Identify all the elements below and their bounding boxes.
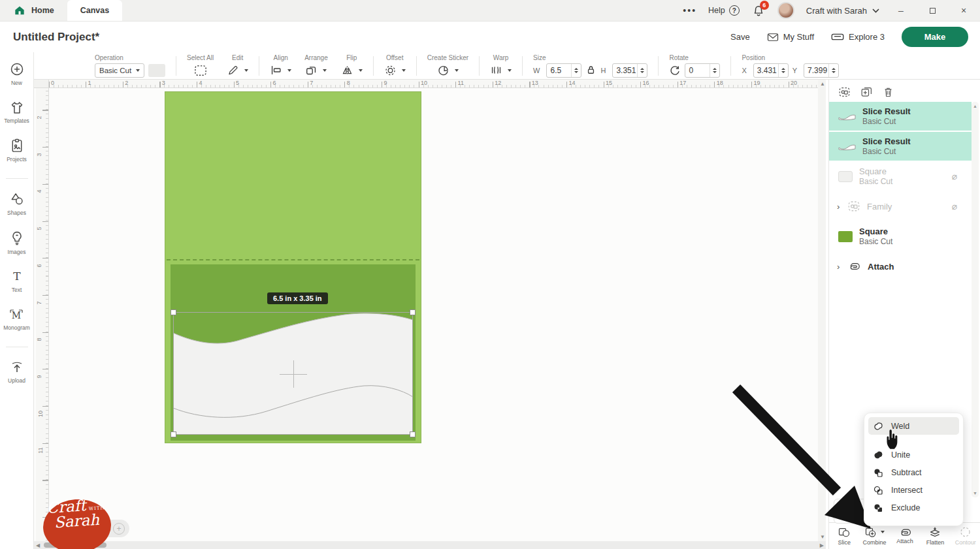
menu-item-unite[interactable]: Unite [868,446,959,463]
make-button[interactable]: Make [902,27,968,47]
group-select-button[interactable] [838,86,851,98]
scroll-down-icon[interactable]: ▼ [820,534,825,540]
position-x-stepper[interactable] [778,64,788,77]
operation-select[interactable]: Basic Cut [95,63,144,78]
clipboard-icon [10,138,24,153]
subtract-icon [874,468,883,477]
width-stepper[interactable] [571,64,581,77]
scroll-up-icon[interactable]: ▲ [973,104,977,108]
sidebar-item-projects[interactable]: Projects [7,138,27,163]
edit-button[interactable] [227,63,248,78]
scroll-right-icon[interactable]: ▶ [820,542,824,548]
craft-with-sarah-logo: Craftwith Sarah [41,497,112,549]
expand-chevron-icon[interactable]: › [837,202,846,212]
warp-button[interactable] [490,63,512,78]
layer-row-slice-result-1[interactable]: Slice ResultBasic Cut [829,102,972,131]
ruler-number: 19 [753,80,760,86]
height-input[interactable] [616,66,637,75]
help-button[interactable]: Help ? [708,5,740,16]
align-button[interactable] [270,63,291,78]
sidebar-item-text[interactable]: T Text [10,270,24,293]
scroll-down-icon[interactable]: ▼ [973,491,977,495]
width-input[interactable] [550,66,571,75]
window-restore-button[interactable] [923,5,942,16]
top-tab-bar: Home Canvas ••• Help ? 6 Craft with Sara… [0,0,980,22]
scroll-left-icon[interactable]: ◀ [36,542,40,548]
arrange-icon [305,65,318,76]
sidebar-item-new[interactable]: New [9,61,25,86]
select-all-button[interactable] [194,63,207,78]
select-all-icon [194,65,207,76]
layers-scrollbar[interactable]: ▲ ▼ [972,102,979,497]
operation-color-swatch[interactable] [148,64,165,77]
avatar[interactable] [777,2,794,19]
window-close-button[interactable]: × [954,5,973,16]
design-canvas[interactable]: 01234567891011121314151617181920 2345678… [34,80,826,549]
flatten-button[interactable]: Flatten [920,523,950,549]
menu-item-intersect[interactable]: Intersect [868,481,959,499]
duplicate-button[interactable] [860,86,873,98]
position-y-input[interactable] [808,66,828,75]
ruler-number: 11 [458,80,464,86]
slice-button[interactable]: Slice [829,523,859,549]
position-x-input[interactable] [757,66,778,75]
layer-row-family[interactable]: › Family ⌀ [829,192,972,221]
more-menu-icon[interactable]: ••• [683,5,696,16]
ruler-number: 20 [791,80,797,86]
menu-item-subtract[interactable]: Subtract [868,463,959,481]
window-minimize-button[interactable]: – [891,5,911,16]
canvas-vertical-scrollbar[interactable]: ▲ ▼ [818,80,826,541]
layer-row-square-hidden[interactable]: SquareBasic Cut ⌀ [829,162,972,191]
sidebar-item-upload[interactable]: Upload [8,360,25,384]
tab-home[interactable]: Home [0,0,67,21]
ruler-number: 5 [236,80,239,86]
selection-handle-br[interactable] [410,431,416,437]
tab-canvas[interactable]: Canvas [67,0,122,21]
sidebar-item-shapes[interactable]: Shapes [7,192,26,216]
save-button[interactable]: Save [730,32,750,42]
ruler-number: 0 [51,80,54,86]
menu-item-weld[interactable]: Weld [868,417,959,435]
notifications-button[interactable]: 6 [751,3,766,18]
width-field[interactable] [546,63,581,78]
rotate-input[interactable] [689,66,710,75]
visibility-off-icon[interactable]: ⌀ [952,201,957,212]
canvas-horizontal-scrollbar[interactable]: ◀ ▶ [34,541,826,549]
rotate-field[interactable] [685,63,720,78]
arrange-button[interactable] [305,63,327,78]
position-y-field[interactable] [804,63,839,78]
sidebar-item-templates[interactable]: Templates [4,101,29,124]
visibility-off-icon[interactable]: ⌀ [952,171,957,181]
notification-badge: 6 [760,1,769,10]
account-menu[interactable]: Craft with Sarah [806,6,879,16]
flip-button[interactable] [341,63,363,78]
offset-button[interactable] [384,63,406,78]
attach-button[interactable]: Attach [890,523,920,549]
scroll-up-icon[interactable]: ▲ [820,81,825,87]
height-stepper[interactable] [637,64,647,77]
selection-handle-tl[interactable] [171,309,176,315]
layer-row-attach[interactable]: › Attach [829,252,972,281]
rotate-icon[interactable] [669,65,681,76]
height-field[interactable] [612,63,647,78]
layer-row-slice-result-2[interactable]: Slice ResultBasic Cut [829,132,972,161]
expand-chevron-icon[interactable]: › [837,262,846,272]
zoom-in-button[interactable]: + [113,523,125,535]
selection-handle-bl[interactable] [171,431,176,437]
combine-button[interactable]: Combine [859,523,889,549]
position-x-field[interactable] [753,63,789,78]
my-stuff-button[interactable]: My Stuff [767,32,814,42]
sidebar-item-images[interactable]: Images [8,230,26,255]
machine-select-button[interactable]: Explore 3 [831,32,885,42]
selection-handle-tr[interactable] [410,309,416,315]
sidebar-item-monogram[interactable]: M Monogram [3,307,30,331]
wave-shape-selection[interactable]: 6.5 in x 3.35 in [173,312,413,435]
menu-item-exclude[interactable]: Exclude [868,499,959,516]
position-y-stepper[interactable] [828,64,838,77]
delete-button[interactable] [883,86,894,98]
duplicate-icon [860,86,873,98]
layer-row-square-green[interactable]: SquareBasic Cut [829,222,972,251]
lock-icon[interactable] [587,65,595,74]
create-sticker-button[interactable] [437,63,459,78]
rotate-stepper[interactable] [710,64,719,77]
